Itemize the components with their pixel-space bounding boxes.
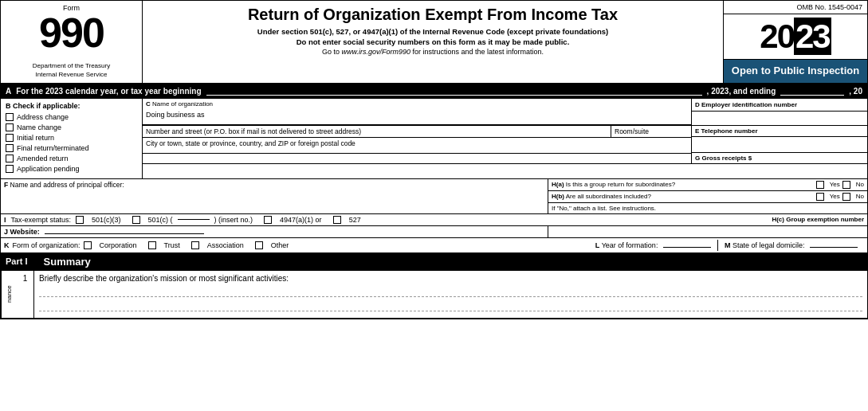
section-d-content[interactable] — [692, 112, 867, 116]
room-field: Room/suite — [611, 126, 691, 137]
hb-ifno-text: If "No," attach a list. See instructions… — [552, 205, 864, 212]
section-e-g: E Telephone number G Gross receipts $ — [692, 126, 867, 163]
row-i: I Tax-exempt status: 501(c)(3) 501(c) ( … — [1, 214, 867, 226]
street-field: Number and street (or P.O. box if mail i… — [143, 126, 611, 137]
section-e-content[interactable] — [692, 137, 867, 153]
city-field: City or town, state or province, country… — [143, 138, 691, 154]
tax-501c-insert-label: ) (insert no.) — [214, 216, 253, 224]
part1-item-number: 1 — [17, 271, 34, 318]
part1-label: Part I — [6, 256, 28, 266]
checkbox-application-pending-box[interactable] — [6, 165, 14, 173]
checkbox-name-change-label: Name change — [17, 123, 61, 131]
hb-label-text: H(b) Are all subordinates included? — [552, 193, 816, 200]
checkbox-application-pending: Application pending — [6, 165, 137, 173]
state-legal-domicile: M State of legal domicile: — [718, 240, 864, 251]
row-a-label: A — [6, 87, 11, 96]
tax-4947-checkbox[interactable] — [264, 216, 272, 224]
header-right: OMB No. 1545-0047 2023 Open to Public In… — [724, 1, 867, 83]
hb-yes-no: Yes No — [816, 193, 864, 201]
year-display: 2023 — [760, 18, 831, 56]
tax-status-options: 501(c)(3) 501(c) ( ) (insert no.) 4947(a… — [76, 216, 772, 224]
checkbox-name-change: Name change — [6, 123, 137, 131]
row-i-title: Tax-exempt status: — [11, 216, 72, 224]
website-input[interactable] — [45, 233, 204, 234]
section-g-label: G Gross receipts $ — [692, 153, 867, 163]
part1-item-content: Briefly describe the organization's miss… — [34, 271, 867, 318]
ha-yes-checkbox[interactable] — [816, 181, 824, 189]
row-fh: F Name and address of principal officer:… — [1, 179, 867, 214]
tax-501c-checkbox[interactable] — [132, 216, 140, 224]
form-990: Form 990 Department of the Treasury Inte… — [0, 0, 868, 319]
row-j-website: J Website: — [1, 226, 548, 237]
checkbox-address-change-box[interactable] — [6, 113, 14, 121]
org-trust-checkbox[interactable] — [148, 241, 156, 249]
checkbox-amended-return: Amended return — [6, 155, 137, 162]
hb-yes-checkbox[interactable] — [816, 193, 824, 201]
h-row-a: H(a) Is this a group return for subordin… — [548, 179, 867, 191]
tax-4947-label: 4947(a)(1) or — [280, 216, 322, 224]
form-header: Form 990 Department of the Treasury Inte… — [1, 1, 867, 84]
checkbox-amended-return-label: Amended return — [17, 155, 69, 162]
h-row-ifno: If "No," attach a list. See instructions… — [548, 203, 867, 213]
checkbox-application-pending-label: Application pending — [17, 165, 80, 173]
dept-text: Department of the Treasury Internal Reve… — [33, 61, 110, 79]
subtitle1: Under section 501(c), 527, or 4947(a)(1)… — [151, 27, 715, 36]
tax-501c-insert-line[interactable] — [178, 219, 210, 220]
org-type-options: Corporation Trust Association Other — [84, 241, 589, 249]
ha-no-checkbox[interactable] — [842, 181, 850, 189]
row-a: A For the 2023 calendar year, or tax yea… — [1, 84, 867, 99]
org-association-label: Association — [207, 241, 244, 249]
checkbox-final-return: Final return/terminated — [6, 144, 137, 152]
tax-501c3-label: 501(c)(3) — [92, 216, 121, 224]
year-of-formation: L Year of formation: — [589, 240, 718, 251]
org-association-checkbox[interactable] — [191, 241, 199, 249]
tax-501c-label: 501(c) ( — [148, 216, 173, 224]
header-left: Form 990 Department of the Treasury Inte… — [1, 1, 143, 83]
form-number: 990 — [39, 12, 104, 53]
hb-no-checkbox[interactable] — [842, 193, 850, 201]
row-a-line2 — [780, 95, 844, 96]
tax-527-label: 527 — [349, 216, 361, 224]
section-b-title: B Check if applicable: — [6, 102, 137, 110]
row-j: J Website: — [1, 226, 867, 238]
section-d-label: D Employer identification number — [692, 99, 867, 112]
street-row: Number and street (or P.O. box if mail i… — [143, 126, 867, 164]
row-a-text: For the 2023 calendar year, or tax year … — [16, 87, 201, 96]
mission-line2[interactable] — [39, 300, 862, 311]
checkbox-address-change-label: Address change — [17, 113, 69, 121]
checkbox-initial-return: Initial return — [6, 134, 137, 142]
checkbox-address-change: Address change — [6, 113, 137, 121]
part1-title: Summary — [44, 256, 91, 268]
ha-label-text: H(a) Is this a group return for subordin… — [552, 181, 816, 188]
part1-content: nance 1 Briefly describe the organizatio… — [1, 271, 867, 319]
checkbox-amended-return-box[interactable] — [6, 155, 14, 162]
subtitle3: Go to www.irs.gov/Form990 for instructio… — [151, 48, 715, 56]
row-j-right — [548, 230, 867, 233]
name-doing-business: C Name of organization Doing business as… — [143, 99, 867, 126]
org-other-checkbox[interactable] — [255, 241, 263, 249]
section-d-wrapper: D Employer identification number — [692, 99, 867, 125]
checkbox-initial-return-box[interactable] — [6, 134, 14, 142]
omb-number: OMB No. 1545-0047 — [724, 1, 867, 14]
checkbox-final-return-label: Final return/terminated — [17, 144, 89, 152]
row-k: K Form of organization: Corporation Trus… — [1, 238, 867, 253]
tax-527-checkbox[interactable] — [333, 216, 341, 224]
row-i-label: I — [4, 216, 6, 224]
part1-header: Part I Summary — [1, 253, 867, 271]
hc-group: H(c) Group exemption number — [772, 216, 864, 223]
street-room-row: Number and street (or P.O. box if mail i… — [143, 126, 691, 138]
h-row-b: H(b) Are all subordinates included? Yes … — [548, 191, 867, 203]
checkbox-final-return-box[interactable] — [6, 144, 14, 152]
main-title: Return of Organization Exempt From Incom… — [151, 6, 715, 24]
open-public-text: Open to Public Inspection — [724, 60, 867, 83]
org-trust-label: Trust — [164, 241, 180, 249]
row-a-line1 — [206, 95, 702, 96]
mission-line1[interactable] — [39, 286, 862, 297]
checkbox-name-change-box[interactable] — [6, 123, 14, 131]
row-k-title: Form of organization: — [13, 241, 81, 249]
state-domicile-input[interactable] — [810, 247, 858, 248]
org-corporation-checkbox[interactable] — [84, 241, 92, 249]
ha-yes-no: Yes No — [816, 181, 864, 189]
year-formation-input[interactable] — [663, 247, 711, 248]
tax-501c3-checkbox[interactable] — [76, 216, 84, 224]
